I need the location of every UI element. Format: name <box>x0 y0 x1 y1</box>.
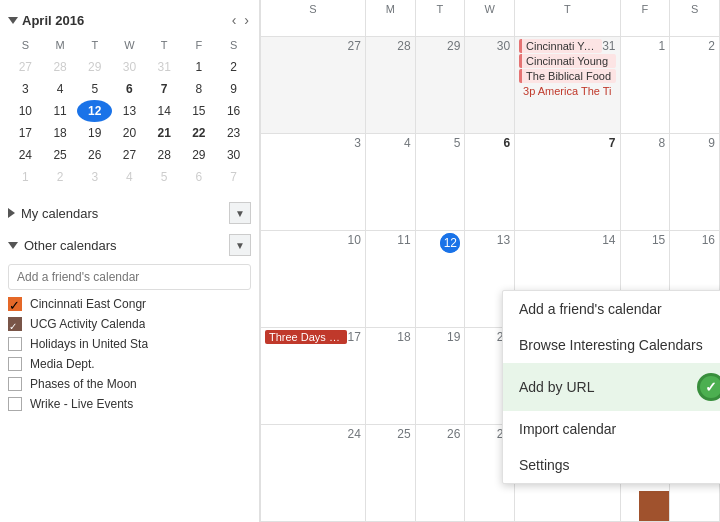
cell-apr26[interactable]: 26 <box>416 425 466 522</box>
calendar-checkbox[interactable] <box>8 377 22 391</box>
mini-cal-day[interactable]: 16 <box>216 100 251 122</box>
mini-cal-day[interactable]: 14 <box>147 100 182 122</box>
cell-apr5[interactable]: 5 <box>416 134 466 231</box>
calendar-checkbox[interactable] <box>8 337 22 351</box>
mini-cal-day[interactable]: 10 <box>8 100 43 122</box>
mini-cal-day[interactable]: 4 <box>43 78 78 100</box>
mini-cal-day[interactable]: 13 <box>112 100 147 122</box>
my-calendars-section[interactable]: My calendars ▼ <box>0 196 259 228</box>
mini-cal-day[interactable]: 30 <box>112 56 147 78</box>
calendar-label: Wrike - Live Events <box>30 397 133 411</box>
calendar-checkbox[interactable] <box>8 397 22 411</box>
cell-apr10[interactable]: 10 <box>261 231 366 328</box>
mini-cal-day[interactable]: 4 <box>112 166 147 188</box>
mini-cal-day[interactable]: 2 <box>216 56 251 78</box>
cell-mar29[interactable]: 29 <box>416 37 466 134</box>
calendar-list-item[interactable]: Media Dept. <box>0 354 259 374</box>
mini-cal-day[interactable]: 3 <box>8 78 43 100</box>
other-calendars-dropdown-btn[interactable]: ▼ <box>229 234 251 256</box>
dropdown-add-url[interactable]: Add by URL ✓ <box>503 363 720 411</box>
cell-apr18[interactable]: 18 <box>366 328 416 425</box>
other-calendars-section[interactable]: Other calendars ▼ <box>0 228 259 260</box>
mini-cal-day[interactable]: 11 <box>43 100 78 122</box>
mini-cal-day[interactable]: 25 <box>43 144 78 166</box>
mini-cal-day[interactable]: 15 <box>182 100 217 122</box>
cell-apr9[interactable]: 9 <box>670 134 720 231</box>
mini-cal-day[interactable]: 5 <box>147 166 182 188</box>
mini-cal-day[interactable]: 12 <box>77 100 112 122</box>
event-cincinnati-young2[interactable]: Cincinnati Young <box>519 54 615 68</box>
mini-cal-day[interactable]: 8 <box>182 78 217 100</box>
mini-cal-day[interactable]: 26 <box>77 144 112 166</box>
mini-cal-day[interactable]: 31 <box>147 56 182 78</box>
add-url-label: Add by URL <box>519 379 594 395</box>
mini-cal-day[interactable]: 17 <box>8 122 43 144</box>
cell-apr19[interactable]: 19 <box>416 328 466 425</box>
mini-cal-day[interactable]: 6 <box>112 78 147 100</box>
col-header-wed: W <box>465 0 515 37</box>
mini-cal-day[interactable]: 19 <box>77 122 112 144</box>
add-friend-input[interactable] <box>8 264 251 290</box>
cell-mar30[interactable]: 30 <box>465 37 515 134</box>
cell-apr7[interactable]: 7 <box>515 134 620 231</box>
cell-apr8[interactable]: 8 <box>621 134 671 231</box>
cell-apr2[interactable]: 2 <box>670 37 720 134</box>
dropdown-browse[interactable]: Browse Interesting Calendars <box>503 327 720 363</box>
mini-cal-day[interactable]: 28 <box>43 56 78 78</box>
event-america-ti[interactable]: 3p America The Ti <box>519 84 615 98</box>
mini-cal-day[interactable]: 27 <box>8 56 43 78</box>
calendar-list-item[interactable]: ✓Cincinnati East Congr <box>0 294 259 314</box>
cell-apr24[interactable]: 24 <box>261 425 366 522</box>
mini-cal-day[interactable]: 18 <box>43 122 78 144</box>
mini-cal-day[interactable]: 22 <box>182 122 217 144</box>
calendar-list-item[interactable]: Phases of the Moon <box>0 374 259 394</box>
cell-mar31[interactable]: 31 Cincinnati Young Cincinnati Young The… <box>515 37 620 134</box>
mini-cal-day[interactable]: 9 <box>216 78 251 100</box>
mini-cal-day[interactable]: 6 <box>182 166 217 188</box>
calendar-list-item[interactable]: Holidays in United Sta <box>0 334 259 354</box>
col-header-mon: M <box>366 0 416 37</box>
cell-apr6[interactable]: 6 <box>465 134 515 231</box>
mini-cal-day[interactable]: 28 <box>147 144 182 166</box>
cell-apr1[interactable]: 1 <box>621 37 671 134</box>
mini-cal-day[interactable]: 29 <box>77 56 112 78</box>
mini-cal-day[interactable]: 7 <box>147 78 182 100</box>
cell-apr25[interactable]: 25 <box>366 425 416 522</box>
mini-cal-nav: ‹ › <box>230 12 251 28</box>
event-biblical-food[interactable]: The Biblical Food <box>519 69 615 83</box>
event-three-days[interactable]: Three Days and T <box>265 330 347 344</box>
mini-cal-day[interactable]: 7 <box>216 166 251 188</box>
mini-cal-day[interactable]: 24 <box>8 144 43 166</box>
my-calendars-dropdown-btn[interactable]: ▼ <box>229 202 251 224</box>
mini-cal-day[interactable]: 30 <box>216 144 251 166</box>
cell-mar28[interactable]: 28 <box>366 37 416 134</box>
dropdown-import[interactable]: Import calendar <box>503 411 720 447</box>
calendar-checkbox[interactable]: ✓ <box>8 297 22 311</box>
prev-month-button[interactable]: ‹ <box>230 12 239 28</box>
cell-apr12[interactable]: 12 <box>416 231 466 328</box>
dow-f: F <box>182 34 217 56</box>
mini-cal-day[interactable]: 23 <box>216 122 251 144</box>
cell-apr4[interactable]: 4 <box>366 134 416 231</box>
mini-cal-day[interactable]: 5 <box>77 78 112 100</box>
cell-apr3[interactable]: 3 <box>261 134 366 231</box>
mini-cal-day[interactable]: 1 <box>182 56 217 78</box>
event-cincinnati-young1[interactable]: Cincinnati Young <box>519 39 602 53</box>
calendar-checkbox[interactable] <box>8 357 22 371</box>
cell-apr17[interactable]: 17 Three Days and T <box>261 328 366 425</box>
mini-cal-day[interactable]: 2 <box>43 166 78 188</box>
mini-cal-day[interactable]: 1 <box>8 166 43 188</box>
mini-cal-day[interactable]: 20 <box>112 122 147 144</box>
mini-cal-day[interactable]: 3 <box>77 166 112 188</box>
mini-cal-day[interactable]: 27 <box>112 144 147 166</box>
mini-cal-day[interactable]: 29 <box>182 144 217 166</box>
calendar-list-item[interactable]: ✓UCG Activity Calenda <box>0 314 259 334</box>
calendar-list-item[interactable]: Wrike - Live Events <box>0 394 259 414</box>
next-month-button[interactable]: › <box>242 12 251 28</box>
cell-apr11[interactable]: 11 <box>366 231 416 328</box>
dropdown-add-friend[interactable]: Add a friend's calendar <box>503 291 720 327</box>
cell-mar27[interactable]: 27 <box>261 37 366 134</box>
dropdown-settings[interactable]: Settings <box>503 447 720 483</box>
mini-cal-day[interactable]: 21 <box>147 122 182 144</box>
calendar-checkbox[interactable]: ✓ <box>8 317 22 331</box>
